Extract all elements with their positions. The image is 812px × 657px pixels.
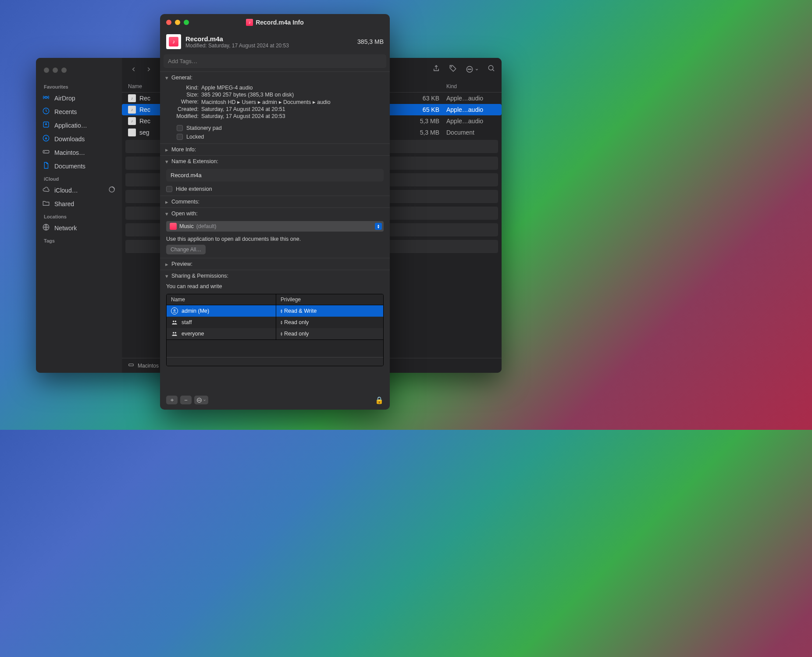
svg-point-5 (44, 152, 45, 152)
info-titlebar: ♪ Record.m4a Info (160, 14, 390, 31)
section-name-extension[interactable]: ▾Name & Extension: (160, 156, 390, 167)
sidebar-item-documents[interactable]: Documents (36, 159, 122, 173)
tags-input[interactable]: Add Tags… (164, 54, 386, 68)
cloud-icon (42, 186, 50, 195)
svg-point-21 (198, 400, 199, 400)
section-open-with[interactable]: ▾Open with: (160, 208, 390, 219)
svg-point-18 (173, 332, 175, 334)
sidebar-item-macintosh-hd[interactable]: Macintos… (36, 146, 122, 159)
sidebar-item-label: Documents (54, 163, 85, 170)
harddrive-icon (128, 362, 134, 369)
remove-permission-button[interactable]: − (180, 396, 192, 404)
svg-point-16 (173, 321, 175, 322)
permission-row[interactable]: everyone ▴▾Read only (167, 328, 383, 339)
get-info-window: ♪ Record.m4a Info ♪ Record.m4a Modified:… (160, 14, 390, 410)
add-permission-button[interactable]: ＋ (166, 396, 178, 404)
minimize-icon[interactable] (175, 20, 180, 25)
permission-row[interactable]: staff ▴▾Read only (167, 317, 383, 328)
sidebar-item-label: iCloud… (54, 187, 78, 194)
file-name: Record.m4a (185, 35, 353, 43)
zoom-icon[interactable] (61, 68, 67, 73)
permissions-footer: ＋ − 🔒 (160, 392, 390, 410)
sidebar-item-label: Shared (54, 200, 74, 207)
finder-sidebar: Favourites AirDrop Recents Applicatio… D… (36, 58, 122, 373)
info-header: ♪ Record.m4a Modified: Saturday, 17 Augu… (160, 31, 390, 53)
finder-traffic-lights (36, 62, 122, 81)
updown-icon: ▴▾ (281, 332, 282, 336)
search-icon[interactable] (488, 64, 495, 74)
close-icon[interactable] (44, 68, 49, 73)
svg-point-0 (45, 96, 47, 99)
music-app-icon (170, 223, 177, 230)
forward-button[interactable] (143, 64, 154, 75)
svg-point-23 (200, 400, 200, 400)
updown-icon: ▴▾ (281, 309, 282, 313)
change-all-button[interactable]: Change All… (166, 245, 206, 254)
svg-point-8 (451, 66, 452, 67)
stationery-checkbox[interactable] (177, 125, 183, 131)
updown-icon: ▴▾ (281, 320, 282, 325)
section-general[interactable]: ▾General: (160, 72, 390, 83)
sidebar-item-shared[interactable]: Shared (36, 197, 122, 211)
section-more-info[interactable]: ▸More Info: (160, 144, 390, 155)
icloud-heading: iCloud (36, 173, 122, 183)
share-icon[interactable] (432, 64, 440, 74)
sidebar-item-label: AirDrop (54, 95, 75, 102)
sidebar-item-airdrop[interactable]: AirDrop (36, 91, 122, 105)
svg-point-22 (199, 400, 199, 400)
chevron-down-icon: ▾ (164, 274, 169, 278)
zoom-icon[interactable] (184, 20, 189, 25)
permissions-col-name[interactable]: Name (167, 294, 276, 305)
documents-icon (42, 161, 50, 171)
chevron-down-icon: ▾ (164, 75, 169, 80)
sidebar-item-applications[interactable]: Applicatio… (36, 118, 122, 132)
modified-label: Modified: Saturday, 17 August 2024 at 20… (185, 43, 353, 49)
sidebar-item-network[interactable]: Network (36, 221, 122, 235)
permissions-col-privilege[interactable]: Privilege (276, 294, 383, 305)
file-thumbnail-icon: ♪ (166, 34, 181, 49)
tag-icon[interactable] (449, 64, 457, 74)
section-comments[interactable]: ▸Comments: (160, 196, 390, 207)
close-icon[interactable] (166, 20, 171, 25)
svg-point-11 (469, 69, 470, 70)
locked-checkbox[interactable] (177, 134, 183, 140)
downloads-icon (42, 134, 50, 143)
svg-point-13 (488, 65, 493, 70)
locations-heading: Locations (36, 211, 122, 221)
section-sharing-permissions[interactable]: ▾Sharing & Permissions: (160, 270, 390, 282)
open-with-select[interactable]: Music (default) ▴▾ (166, 221, 384, 232)
sidebar-item-recents[interactable]: Recents (36, 105, 122, 118)
favourites-heading: Favourites (36, 81, 122, 91)
sidebar-item-label: Downloads (54, 136, 85, 143)
audio-file-icon: ♪ (128, 117, 136, 125)
progress-icon (108, 186, 116, 195)
section-preview[interactable]: ▸Preview: (160, 258, 390, 270)
permissions-table: Name Privilege admin (Me) ▴▾Read & Write… (166, 294, 384, 366)
group-icon (171, 330, 178, 337)
action-menu-icon[interactable] (466, 65, 479, 73)
svg-point-15 (174, 310, 175, 311)
permission-row[interactable]: admin (Me) ▴▾Read & Write (167, 305, 383, 317)
chevron-down-icon: ▾ (164, 159, 169, 164)
audio-file-icon: ♪ (128, 94, 136, 102)
sidebar-item-downloads[interactable]: Downloads (36, 132, 122, 146)
created-value: Saturday, 17 August 2024 at 20:51 (201, 106, 384, 112)
where-value: Macintosh HD ▸ Users ▸ admin ▸ Documents… (201, 99, 384, 105)
window-title: Record.m4a Info (256, 19, 304, 26)
minimize-icon[interactable] (53, 68, 58, 73)
svg-rect-14 (129, 364, 134, 366)
open-with-desc: Use this application to open all documen… (160, 233, 390, 244)
permission-action-menu[interactable] (194, 396, 208, 404)
kind-value: Apple MPEG-4 audio (201, 85, 384, 91)
column-kind[interactable]: Kind (446, 83, 495, 89)
back-button[interactable] (128, 64, 139, 75)
lock-icon[interactable]: 🔒 (375, 396, 384, 404)
network-icon (42, 223, 50, 232)
airdrop-icon (42, 93, 50, 103)
sidebar-item-icloud-drive[interactable]: iCloud… (36, 183, 122, 197)
filename-input[interactable] (166, 169, 384, 182)
updown-icon: ▴▾ (375, 223, 382, 230)
hide-extension-checkbox[interactable] (166, 186, 172, 192)
svg-point-10 (468, 69, 469, 70)
file-size: 385,3 MB (357, 38, 384, 45)
